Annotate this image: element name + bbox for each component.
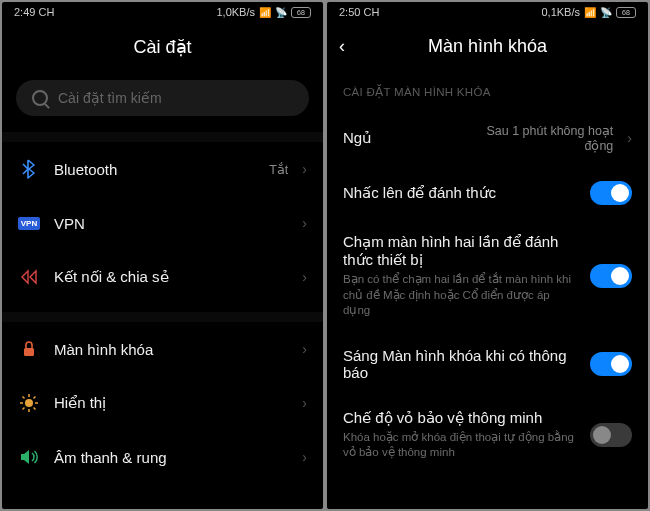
header: ‹ Màn hình khóa <box>327 22 648 71</box>
section-divider <box>2 312 323 322</box>
row-label: Bluetooth <box>54 161 255 178</box>
row-double-tap[interactable]: Chạm màn hình hai lần để đánh thức thiết… <box>327 219 648 333</box>
connect-icon <box>18 266 40 288</box>
row-smart-cover[interactable]: Chế độ vỏ bảo vệ thông minh Khóa hoặc mở… <box>327 395 648 475</box>
battery-icon: 68 <box>616 7 636 18</box>
row-label: Ngủ <box>343 129 449 147</box>
row-sublabel: Khóa hoặc mở khóa điện thoại tự động bằn… <box>343 430 576 461</box>
row-wake-notify[interactable]: Sáng Màn hình khóa khi có thông báo <box>327 333 648 395</box>
wifi-icon: 📡 <box>600 7 612 18</box>
section-label: CÀI ĐẶT MÀN HÌNH KHÓA <box>327 71 648 109</box>
chevron-right-icon: › <box>302 395 307 411</box>
chevron-right-icon: › <box>302 449 307 465</box>
row-label: Chế độ vỏ bảo vệ thông minh <box>343 409 576 427</box>
settings-row-sound[interactable]: Âm thanh & rung › <box>2 430 323 484</box>
chevron-right-icon: › <box>627 130 632 146</box>
battery-icon: 68 <box>291 7 311 18</box>
settings-row-connect[interactable]: Kết nối & chia sẻ › <box>2 250 323 304</box>
svg-point-1 <box>25 399 33 407</box>
settings-row-bluetooth[interactable]: Bluetooth Tắt › <box>2 142 323 196</box>
chevron-right-icon: › <box>302 161 307 177</box>
toggle-wake-notify[interactable] <box>590 352 632 376</box>
search-input[interactable]: Cài đặt tìm kiếm <box>16 80 309 116</box>
row-label: Hiển thị <box>54 394 288 412</box>
row-value: Tắt <box>269 162 288 177</box>
wifi-icon: 📡 <box>275 7 287 18</box>
row-sublabel: Bạn có thể chạm hai lần để tắt màn hình … <box>343 272 576 319</box>
settings-row-lockscreen[interactable]: Màn hình khóa › <box>2 322 323 376</box>
bluetooth-icon <box>18 158 40 180</box>
vpn-icon: VPN <box>18 212 40 234</box>
toggle-raise-to-wake[interactable] <box>590 181 632 205</box>
lock-icon <box>18 338 40 360</box>
row-label: Kết nối & chia sẻ <box>54 268 288 286</box>
status-speed: 1,0KB/s <box>216 6 255 18</box>
row-sleep[interactable]: Ngủ Sau 1 phút không hoạt động › <box>327 109 648 167</box>
settings-row-vpn[interactable]: VPN VPN › <box>2 196 323 250</box>
svg-line-9 <box>23 408 25 410</box>
signal-icon: 📶 <box>584 7 596 18</box>
svg-line-8 <box>34 397 36 399</box>
row-label: VPN <box>54 215 288 232</box>
section-divider <box>2 132 323 142</box>
page-title: Màn hình khóa <box>428 36 547 57</box>
settings-screen: 2:49 CH 1,0KB/s 📶 📡 68 Cài đặt Cài đặt t… <box>2 2 323 509</box>
row-value: Sau 1 phút không hoạt động <box>463 123 613 153</box>
statusbar-right: 2:50 CH 0,1KB/s 📶 📡 68 <box>327 2 648 22</box>
back-button[interactable]: ‹ <box>339 36 345 57</box>
svg-rect-0 <box>24 348 34 356</box>
chevron-right-icon: › <box>302 215 307 231</box>
status-speed: 0,1KB/s <box>541 6 580 18</box>
search-icon <box>32 90 48 106</box>
row-label: Màn hình khóa <box>54 341 288 358</box>
status-time: 2:50 CH <box>339 6 379 18</box>
page-title: Cài đặt <box>133 36 191 58</box>
row-label: Sáng Màn hình khóa khi có thông báo <box>343 347 576 381</box>
search-placeholder: Cài đặt tìm kiếm <box>58 90 162 106</box>
svg-line-7 <box>34 408 36 410</box>
row-label: Chạm màn hình hai lần để đánh thức thiết… <box>343 233 576 269</box>
display-icon <box>18 392 40 414</box>
status-time: 2:49 CH <box>14 6 54 18</box>
toggle-double-tap[interactable] <box>590 264 632 288</box>
row-raise-to-wake[interactable]: Nhấc lên để đánh thức <box>327 167 648 219</box>
toggle-smart-cover[interactable] <box>590 423 632 447</box>
row-label: Âm thanh & rung <box>54 449 288 466</box>
chevron-right-icon: › <box>302 269 307 285</box>
lockscreen-settings-screen: 2:50 CH 0,1KB/s 📶 📡 68 ‹ Màn hình khóa C… <box>327 2 648 509</box>
chevron-right-icon: › <box>302 341 307 357</box>
svg-line-6 <box>23 397 25 399</box>
settings-row-display[interactable]: Hiển thị › <box>2 376 323 430</box>
row-label: Nhấc lên để đánh thức <box>343 184 576 202</box>
signal-icon: 📶 <box>259 7 271 18</box>
header: Cài đặt <box>2 22 323 72</box>
sound-icon <box>18 446 40 468</box>
statusbar-left: 2:49 CH 1,0KB/s 📶 📡 68 <box>2 2 323 22</box>
